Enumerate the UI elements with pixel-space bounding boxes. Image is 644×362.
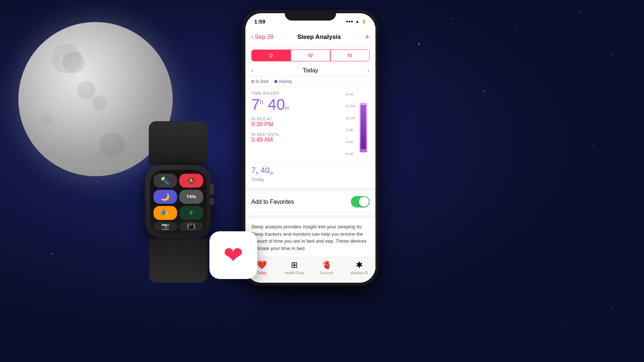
asleep-label: Asleep — [279, 79, 292, 84]
summary-minutes: 40 — [261, 166, 270, 175]
tab-medical-id[interactable]: ✱ Medical ID — [343, 260, 376, 275]
health-data-icon: ⊞ — [291, 260, 298, 270]
phone-body: 1:59 ●●● ▲ 🔋 ‹ Sep 28 Sleep Analysis — [242, 10, 378, 286]
tab-today-label: Today — [257, 271, 267, 275]
watch-crown — [210, 184, 214, 195]
segment-week[interactable]: W — [291, 50, 330, 61]
watch-camera-btn[interactable]: 📷 — [154, 222, 177, 230]
current-date: Today — [303, 67, 319, 74]
battery-icon: 🔋 — [361, 19, 367, 24]
sleep-summary-label: Today — [251, 177, 370, 182]
watch-vibrate-btn[interactable]: 📳 — [179, 222, 203, 230]
wifi-icon: ▲ — [355, 19, 359, 23]
sleep-summary-time: 7h 40m — [251, 166, 370, 176]
in-bed-at-value: 9:39 PM — [251, 121, 341, 128]
today-icon: ❤️ — [257, 260, 267, 270]
sleep-chart: 8 PM 10 PM 12 AM 2 AM 4 AM 6 AM — [346, 91, 370, 157]
back-chevron-icon: ‹ — [251, 34, 253, 40]
in-bed-until-label: IN BED UNTIL — [251, 132, 341, 137]
watch-band-top — [149, 121, 208, 165]
watch-band-bottom — [149, 239, 208, 283]
chart-label-10pm: 10 PM — [346, 104, 355, 108]
summary-hours: 7 — [251, 166, 256, 175]
iphone: 1:59 ●●● ▲ 🔋 ‹ Sep 28 Sleep Analysis — [242, 10, 378, 286]
sources-icon: 🫀 — [322, 260, 332, 270]
chart-label-6am: 6 AM — [346, 152, 355, 156]
next-date-button[interactable]: › — [367, 66, 370, 74]
in-bed-dot — [251, 80, 254, 83]
in-bed-until-section: IN BED UNTIL 5:49 AM — [251, 132, 341, 143]
sleep-statistics: TIME ASLEEP 7h 40m IN BED AT 9:39 PM IN … — [251, 91, 341, 157]
health-app-content: ‹ Sep 28 Sleep Analysis + D W M ‹ Today … — [245, 29, 375, 283]
watch-side-button — [210, 198, 214, 205]
chart-label-12am: 12 AM — [346, 116, 355, 120]
status-icons: ●●● ▲ 🔋 — [346, 19, 367, 24]
tab-health-data[interactable]: ⊞ Health Data — [278, 260, 311, 275]
sleep-legend: In Bed Asleep — [245, 77, 375, 87]
time-asleep-label: TIME ASLEEP — [251, 91, 341, 95]
legend-asleep: Asleep — [274, 79, 292, 84]
sleep-duration-display: 7h 40m — [251, 97, 341, 112]
tab-sources-label: Sources — [320, 271, 334, 275]
add-to-favorites-row[interactable]: Add to Favorites — [245, 191, 375, 213]
tab-medical-id-label: Medical ID — [350, 271, 368, 275]
add-to-favorites-label: Add to Favorites — [251, 199, 294, 205]
add-button[interactable]: + — [365, 32, 370, 42]
legend-in-bed: In Bed — [251, 79, 269, 84]
watch-airplane-btn[interactable]: ✈ — [179, 206, 203, 220]
description-section: Sleep analysis provides insight into you… — [245, 215, 375, 257]
sleep-data-section: TIME ASLEEP 7h 40m IN BED AT 9:39 PM IN … — [245, 87, 375, 162]
watch-theater-btn[interactable]: 🎭 — [154, 206, 177, 220]
in-bed-until-value: 5:49 AM — [251, 137, 341, 143]
watch-mute-btn[interactable]: 🔕 — [179, 174, 203, 188]
watch-battery-btn[interactable]: 74% — [179, 190, 203, 204]
health-heart-icon: ❤ — [223, 242, 243, 269]
tab-bar: ❤️ Today ⊞ Health Data 🫀 Sources ✱ Medic… — [245, 257, 375, 283]
app-header: ‹ Sep 28 Sleep Analysis + — [245, 29, 375, 47]
watch-flashlight-btn[interactable]: 🔦 — [154, 174, 177, 188]
sleep-hours: 7 — [251, 96, 260, 113]
action-section: Add to Favorites Show All Data › Data So… — [245, 191, 375, 215]
sleep-summary-section: 7h 40m Today — [245, 162, 375, 191]
in-bed-at-section: IN BED AT 9:39 PM — [251, 117, 341, 128]
signal-icon: ●●● — [346, 19, 353, 23]
health-app-icon-popup: ❤ — [209, 231, 257, 279]
chart-time-labels: 8 PM 10 PM 12 AM 2 AM 4 AM 6 AM — [346, 91, 355, 157]
toggle-container — [351, 196, 370, 207]
prev-date-button[interactable]: ‹ — [251, 66, 253, 74]
sleep-bar-chart — [357, 91, 370, 157]
in-bed-at-label: IN BED AT — [251, 117, 341, 121]
segment-month[interactable]: M — [330, 50, 370, 61]
phone-screen: 1:59 ●●● ▲ 🔋 ‹ Sep 28 Sleep Analysis — [245, 13, 375, 283]
watch-sleep-btn[interactable]: 🌙 — [154, 190, 177, 204]
in-bed-label: In Bed — [256, 79, 269, 84]
tab-sources[interactable]: 🫀 Sources — [310, 260, 343, 275]
watch-body: 🔦 🔕 🌙 74% 🎭 ✈ 📷 📳 — [145, 165, 211, 239]
back-label: Sep 28 — [255, 34, 273, 40]
segment-day[interactable]: D — [251, 50, 291, 61]
medical-id-icon: ✱ — [356, 260, 363, 270]
back-button[interactable]: ‹ Sep 28 — [251, 34, 273, 40]
chart-label-4am: 4 AM — [346, 140, 355, 144]
favorites-toggle[interactable] — [351, 196, 370, 207]
page-title: Sleep Analysis — [297, 33, 341, 41]
phone-notch — [285, 10, 336, 21]
description-text: Sleep analysis provides insight into you… — [251, 223, 370, 252]
asleep-dot — [274, 80, 277, 83]
segment-control: D W M — [245, 47, 375, 64]
sleep-minutes: 40 — [268, 96, 285, 113]
chart-label-2am: 2 AM — [346, 128, 355, 132]
tab-health-data-label: Health Data — [284, 271, 304, 275]
status-time: 1:59 — [254, 18, 265, 25]
chart-label-8pm: 8 PM — [346, 93, 355, 96]
watch-screen: 🔦 🔕 🌙 74% 🎭 ✈ 📷 📳 — [150, 170, 207, 234]
date-navigation: ‹ Today › — [245, 64, 375, 77]
chart-bar-area — [357, 91, 370, 157]
svg-rect-7 — [361, 105, 366, 149]
